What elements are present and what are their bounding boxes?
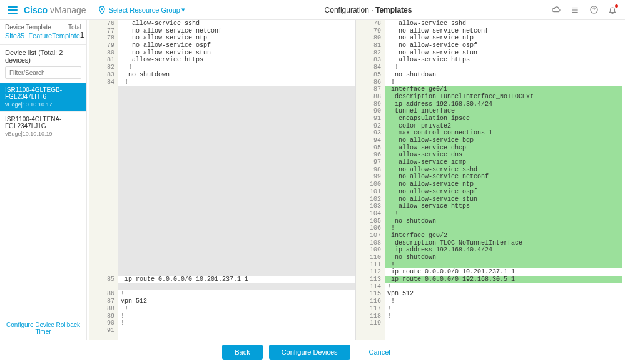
- line-number: 80: [89, 49, 118, 57]
- line-number: 94: [356, 137, 385, 144]
- code-line: allow-service https: [385, 56, 622, 64]
- line-number: [89, 261, 118, 269]
- line-number: 91: [89, 327, 118, 335]
- line-number: 99: [356, 173, 385, 181]
- line-number: [89, 159, 118, 166]
- line-number: [89, 188, 118, 196]
- line-number: [89, 254, 118, 261]
- line-number: 80: [356, 34, 385, 42]
- footer: Back Configure Devices Cancel: [0, 340, 625, 364]
- diff-left: 76777879808182838485868788899091 allow-s…: [89, 20, 356, 340]
- cloud-icon[interactable]: [551, 5, 561, 15]
- template-name[interactable]: Site35_FeatureTemplate: [5, 32, 80, 39]
- code-line: [118, 137, 355, 144]
- code-right[interactable]: allow-service sshd no allow-service netc…: [385, 20, 622, 340]
- code-line: [118, 108, 355, 115]
- device-list-header: Device list (Total: 2 devices): [0, 45, 86, 66]
- line-number: 79: [89, 42, 118, 49]
- line-number: 110: [356, 254, 385, 261]
- line-number: 77: [89, 28, 118, 35]
- line-number: 92: [356, 123, 385, 130]
- code-line: [118, 283, 355, 291]
- device-item[interactable]: ISR1100-4GLTEGB-FGL2347LHT6vEdge|10.10.1…: [0, 83, 86, 112]
- code-line: !: [385, 225, 622, 232]
- line-number: [89, 173, 118, 181]
- code-line: [118, 225, 355, 232]
- line-number: 97: [356, 159, 385, 166]
- line-number: 119: [356, 320, 385, 327]
- code-line: no allow-service stun: [385, 196, 622, 203]
- line-number: 82: [89, 64, 118, 71]
- filter-input[interactable]: [5, 66, 81, 79]
- line-number: [89, 93, 118, 101]
- line-number: [89, 232, 118, 240]
- code-line: [118, 188, 355, 196]
- code-line: allow-service icmp: [385, 159, 622, 166]
- device-item[interactable]: ISR1100-4GLTENA-FGL2347LJ1GvEdge|10.10.1…: [0, 112, 86, 141]
- line-number: 78: [356, 20, 385, 28]
- code-line: !: [118, 313, 355, 320]
- line-number: 108: [356, 240, 385, 247]
- code-line: [118, 151, 355, 159]
- configure-devices-button[interactable]: Configure Devices: [269, 345, 350, 360]
- cancel-button[interactable]: Cancel: [357, 345, 403, 360]
- rollback-link[interactable]: Configure Device Rollback Timer: [0, 316, 86, 340]
- line-number: 91: [356, 115, 385, 123]
- code-line: !: [118, 320, 355, 327]
- code-line: no allow-service netconf: [118, 28, 355, 35]
- code-line: !: [118, 64, 355, 71]
- total-label: Total: [68, 24, 81, 31]
- code-line: allow-service sshd: [118, 20, 355, 28]
- line-number: [89, 101, 118, 108]
- code-line: encapsulation ipsec: [385, 115, 622, 123]
- code-line: [118, 261, 355, 269]
- code-line: tunnel-interface: [385, 108, 622, 115]
- back-button[interactable]: Back: [222, 345, 262, 360]
- code-line: max-control-connections 1: [385, 129, 622, 137]
- line-number: [89, 166, 118, 174]
- line-number: 85: [89, 276, 118, 283]
- line-number: [89, 181, 118, 188]
- code-line: no allow-service ntp: [385, 34, 622, 42]
- line-number: [89, 268, 118, 276]
- line-number: 88: [89, 305, 118, 313]
- page-title: Configuration · Templates: [185, 6, 551, 14]
- code-line: !: [118, 79, 355, 86]
- line-number: 90: [89, 320, 118, 327]
- filter-wrap: [0, 66, 86, 83]
- code-line: [118, 196, 355, 203]
- line-number: 105: [356, 218, 385, 225]
- device-list: ISR1100-4GLTEGB-FGL2347LHT6vEdge|10.10.1…: [0, 83, 86, 141]
- line-number: [89, 218, 118, 225]
- line-number: 81: [89, 56, 118, 64]
- code-line: !: [385, 313, 622, 320]
- select-resource-group[interactable]: Select Resource Group ▾: [98, 6, 185, 14]
- code-line: [118, 327, 355, 335]
- code-line: allow-service dhcp: [385, 144, 622, 152]
- code-line: ip route 0.0.0.0/0 10.201.237.1 1: [385, 268, 622, 276]
- code-line: [118, 181, 355, 188]
- help-icon[interactable]: [589, 5, 599, 15]
- sidebar: Device Template Total Site35_FeatureTemp…: [0, 20, 87, 340]
- device-name: ISR1100-4GLTENA-FGL2347LJ1G: [5, 116, 81, 129]
- line-number: 87: [89, 298, 118, 305]
- line-number: 82: [356, 49, 385, 57]
- device-name: ISR1100-4GLTEGB-FGL2347LHT6: [5, 86, 81, 100]
- line-number: [89, 115, 118, 123]
- line-number: 95: [356, 144, 385, 152]
- line-number: [89, 144, 118, 152]
- line-number: [89, 283, 118, 291]
- list-icon[interactable]: [570, 5, 580, 15]
- device-sub: vEdge|10.10.10.17: [5, 101, 81, 108]
- line-number: 81: [356, 42, 385, 49]
- line-number: 89: [356, 101, 385, 108]
- menu-icon[interactable]: [8, 6, 18, 14]
- code-line: no shutdown: [385, 218, 622, 225]
- bell-icon[interactable]: [607, 5, 617, 15]
- line-number: [89, 151, 118, 159]
- line-number: 106: [356, 225, 385, 232]
- code-line: !: [385, 283, 622, 291]
- code-left[interactable]: allow-service sshd no allow-service netc…: [118, 20, 356, 340]
- code-line: ip route 0.0.0.0/0 10.201.237.1 1: [118, 276, 355, 283]
- code-line: no allow-service ntp: [118, 34, 355, 42]
